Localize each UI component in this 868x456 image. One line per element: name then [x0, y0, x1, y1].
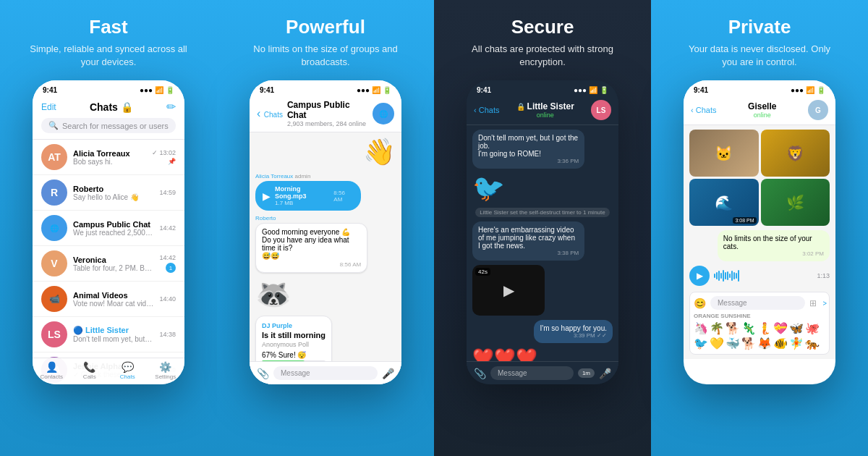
- panel-fast: Fast Simple, reliable and synced across …: [0, 0, 217, 456]
- sticker-wave: 👋: [363, 137, 396, 167]
- tab-bar: 👤Contacts 📞Calls 💬Chats ⚙️Settings: [33, 358, 184, 384]
- avatar: LS: [41, 321, 67, 347]
- group-chat-header: ‹ Chats Campus Public Chat 2,903 members…: [250, 97, 401, 132]
- sticker-browse[interactable]: ⊞: [809, 298, 817, 308]
- sticker-item[interactable]: 🐙: [805, 321, 820, 335]
- sticker-item[interactable]: 🐅: [805, 337, 820, 350]
- sticker-item[interactable]: 🐦: [694, 337, 708, 350]
- panel-private: Private Your data is never disclosed. On…: [651, 0, 868, 456]
- phone-secure: 9:41 ●●●📶🔋 ‹ Chats 🔒 Little Sister onlin…: [467, 80, 618, 384]
- tab-settings[interactable]: ⚙️Settings: [147, 361, 185, 380]
- image-cat: 🐱: [689, 130, 759, 177]
- sticker-item[interactable]: 🦋: [789, 321, 804, 335]
- compose-button[interactable]: ✏: [166, 100, 176, 114]
- panel-secure-subtitle: All chats are protected with strong encr…: [463, 43, 622, 69]
- panel-powerful: Powerful No limits on the size of groups…: [217, 0, 434, 456]
- secure-input-bar: 📎 Message 1m 🎤: [467, 361, 618, 384]
- panel-fast-title: Fast: [89, 16, 127, 38]
- list-item[interactable]: 🌐 Campus Public Chat We just reached 2,5…: [33, 211, 184, 246]
- avatar: AT: [41, 144, 67, 170]
- list-item[interactable]: V Veronica Table for four, 2 PM. Be ther…: [33, 246, 184, 282]
- image-grass: 🌿: [761, 179, 830, 226]
- attach-button-dark[interactable]: 📎: [474, 368, 486, 379]
- status-bar-4: 9:41 ●●●📶🔋: [684, 80, 835, 97]
- message-received-2: Here's an embarrassing video of me jumpi…: [472, 221, 584, 261]
- emoji-button[interactable]: 😊: [694, 297, 706, 309]
- panel-powerful-subtitle: No limits on the size of groups and broa…: [246, 43, 405, 69]
- video-thumbnail: 42s ▶: [472, 265, 545, 316]
- private-chat-header: ‹ Chats Giselle online G: [684, 97, 835, 125]
- sticker-item[interactable]: 🦊: [757, 337, 772, 350]
- sticker-item[interactable]: 💝: [773, 321, 788, 335]
- sticker-item[interactable]: 🐕: [741, 337, 756, 350]
- sticker-item[interactable]: 🐕: [726, 321, 740, 335]
- chats-header: Edit Chats 🔒 ✏ 🔍 Search for messages or …: [33, 97, 184, 140]
- audio-player: ▶ 1:13: [689, 266, 830, 286]
- search-bar[interactable]: 🔍 Search for messages or users: [41, 118, 176, 133]
- tab-contacts[interactable]: 👤Contacts: [33, 361, 71, 380]
- message-input[interactable]: Message: [273, 366, 378, 380]
- phone-private: 9:41 ●●●📶🔋 ‹ Chats Giselle online G 🐱 🦁: [684, 80, 835, 384]
- avatar: 📹: [41, 286, 67, 312]
- timer-badge: 1m: [578, 368, 595, 378]
- sticker-item[interactable]: 🌴: [710, 321, 724, 335]
- sticker-item[interactable]: 🐠: [773, 337, 788, 350]
- sticker-section-label: ORANGE SUNSHINE: [694, 313, 825, 319]
- chevron-icon: ^: [818, 301, 828, 305]
- chats-title: Chats 🔒: [90, 101, 133, 113]
- chat-list: AT Alicia Torreaux Bob says hi. ✓ 13:02📌…: [33, 140, 184, 384]
- sticker-grid: 🦄 🌴 🐕 🦎 🧜 💝 🦋 🐙 🐦 💛 🐳 🐕 🦊 🐠 🧚 🐅: [694, 321, 825, 350]
- avatar: R: [41, 180, 67, 206]
- list-item[interactable]: R Roberto Say hello to Alice 👋 14:59: [33, 175, 184, 211]
- sticker-panel: 😊 Message ⊞ ^ ORANGE SUNSHINE 🦄 🌴 🐕 🦎 🧜 …: [689, 292, 830, 355]
- back-button-private[interactable]: ‹ Chats: [691, 106, 716, 114]
- status-bar-2: 9:41 ●●●📶🔋: [250, 80, 401, 97]
- avatar: 🌐: [41, 215, 67, 241]
- panel-powerful-title: Powerful: [286, 16, 365, 38]
- sent-message: No limits on the size of your cats. 3:02…: [718, 230, 830, 261]
- back-button[interactable]: ‹ Chats: [474, 106, 499, 114]
- message-sent: I'm so happy for you. 3:39 PM ✓✓: [534, 320, 613, 343]
- list-item[interactable]: 📹 Animal Videos Vote now! Moar cat video…: [33, 282, 184, 317]
- list-item[interactable]: AT Alicia Torreaux Bob says hi. ✓ 13:02📌: [33, 140, 184, 175]
- panel-private-subtitle: Your data is never disclosed. Only you a…: [680, 43, 839, 69]
- system-message: Little Sister set the self-destruct time…: [475, 208, 609, 217]
- status-bar-3: 9:41 ●●●📶🔋: [467, 80, 618, 97]
- tab-calls[interactable]: 📞Calls: [71, 361, 109, 380]
- avatar: V: [41, 250, 67, 276]
- sticker-item[interactable]: 🦎: [741, 321, 756, 335]
- secure-message-input[interactable]: Message: [490, 366, 574, 380]
- list-item[interactable]: LS 🔵 Little Sister Don't tell mom yet, b…: [33, 317, 184, 352]
- panel-secure: Secure All chats are protected with stro…: [434, 0, 651, 456]
- sticker-item[interactable]: 🧚: [789, 337, 804, 350]
- phone-powerful: 9:41 ●●●📶🔋 ‹ Chats Campus Public Chat 2,…: [250, 80, 401, 384]
- sticker-item[interactable]: 💛: [710, 337, 724, 350]
- status-bar-1: 9:41 ●●● 📶 🔋: [33, 80, 184, 97]
- phone-fast: 9:41 ●●● 📶 🔋 Edit Chats 🔒 ✏ 🔍 Search for…: [33, 80, 184, 384]
- avatar-sister: LS: [591, 100, 611, 120]
- play-audio-button[interactable]: ▶: [697, 271, 703, 281]
- image-grid: 🐱 🦁 🌊 3:08 PM 🌿: [689, 130, 830, 226]
- avatar-giselle: G: [808, 100, 828, 120]
- panel-fast-subtitle: Simple, reliable and synced across all y…: [29, 43, 188, 69]
- sticker-panda: 🦝: [255, 277, 292, 311]
- back-button[interactable]: ‹ Chats: [257, 107, 283, 120]
- mic-button-dark[interactable]: 🎤: [599, 368, 611, 379]
- panel-secure-title: Secure: [511, 16, 574, 38]
- panel-private-title: Private: [728, 16, 791, 38]
- sticker-item[interactable]: 🧜: [757, 321, 772, 335]
- message-input-bar: 📎 Message 🎤: [250, 361, 401, 384]
- text-message: Roberto Good morning everyone 💪 Do you h…: [255, 215, 396, 273]
- sticker-item[interactable]: 🦄: [694, 321, 708, 335]
- play-button[interactable]: ▶: [263, 190, 271, 202]
- tab-chats[interactable]: 💬Chats: [109, 361, 147, 380]
- message-received: Don't tell mom yet, but I got the job. I…: [472, 130, 584, 169]
- attach-button[interactable]: 📎: [257, 368, 269, 379]
- edit-button[interactable]: Edit: [41, 102, 56, 112]
- image-lion: 🦁: [761, 130, 830, 177]
- sticker-item[interactable]: 🐳: [726, 337, 740, 350]
- secure-messages: Don't tell mom yet, but I got the job. I…: [467, 125, 618, 372]
- sticker-search[interactable]: Message: [710, 296, 805, 310]
- mic-button[interactable]: 🎤: [382, 368, 394, 379]
- sticker-bird: 🐦: [472, 173, 505, 203]
